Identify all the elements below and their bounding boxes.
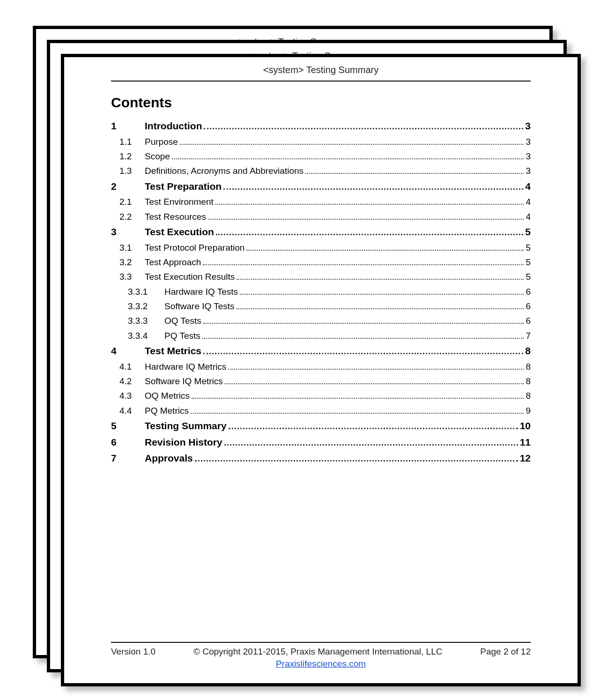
toc-entry-number: 3.3.3 [128,313,159,328]
toc-entry[interactable]: 3.2Test Approach5 [111,255,531,269]
toc-entry-number: 7 [111,450,145,467]
toc-entry-number: 2.2 [119,209,145,224]
footer-copyright: © Copyright 2011-2015, Praxis Management… [193,647,443,657]
footer-divider [111,642,531,643]
toc-entry-title: Test Preparation [145,179,222,195]
toc-entry-title: Hardware IQ Metrics [145,359,226,374]
toc-entry[interactable]: 1.2Scope3 [111,149,531,164]
toc-entry-number: 4.4 [119,403,145,418]
toc-leader-dots [305,173,524,174]
toc-entry-page: 10 [520,418,531,434]
toc-leader-dots [216,234,524,235]
footer-link[interactable]: Praxislifesciences.com [276,659,366,669]
toc-entry[interactable]: 3.3.2Software IQ Tests6 [111,299,531,313]
toc-leader-dots [223,188,523,190]
toc-entry-page: 6 [526,299,531,313]
toc-entry-number: 4.2 [119,374,145,388]
toc-entry-title: Software IQ Tests [159,299,235,313]
toc-entry-number: 4.1 [119,359,145,374]
toc-entry-page: 11 [520,434,531,451]
toc-entry-page: 6 [526,313,531,328]
toc-entry[interactable]: 1.1Purpose3 [111,134,531,149]
toc-leader-dots [203,353,523,354]
toc-entry-number: 3.3 [119,269,145,284]
toc-entry[interactable]: 4.4PQ Metrics9 [111,403,531,418]
toc-entry[interactable]: 7Approvals12 [111,450,531,467]
toc-entry[interactable]: 2.1Test Environment4 [111,194,531,209]
toc-entry[interactable]: 3.3Test Execution Results5 [111,269,531,284]
toc-leader-dots [240,294,524,295]
toc-entry-number: 1.1 [119,134,145,149]
toc-leader-dots [246,250,524,251]
toc-entry[interactable]: 4.1Hardware IQ Metrics8 [111,359,531,374]
toc-entry-page: 8 [526,388,531,403]
toc-entry[interactable]: 2Test Preparation4 [111,179,531,195]
toc-entry-number: 2 [111,179,145,195]
toc-entry-page: 4 [525,179,531,195]
toc-entry[interactable]: 3.3.4PQ Tests7 [111,328,531,343]
toc-leader-dots [228,369,524,370]
toc-leader-dots [191,413,524,414]
toc-leader-dots [237,308,524,309]
toc-entry-title: Purpose [145,134,178,149]
toc-entry-number: 3.2 [119,255,145,269]
toc-leader-dots [215,204,524,205]
toc-leader-dots [202,338,524,339]
toc-entry[interactable]: 3.3.1Hardware IQ Tests6 [111,284,531,299]
toc-entry-page: 5 [526,255,531,269]
toc-leader-dots [192,398,524,399]
toc-entry[interactable]: 3Test Execution5 [111,224,531,240]
toc-entry-title: Test Execution [145,224,214,240]
toc-leader-dots [224,444,518,446]
toc-entry-page: 8 [525,343,531,359]
toc-entry[interactable]: 2.2Test Resources4 [111,209,531,224]
toc-entry-page: 3 [526,164,531,178]
document-stack: <system> Testing Summary <system> Testin… [0,0,600,700]
footer-version: Version 1.0 [111,647,156,657]
toc-entry[interactable]: 5Testing Summary10 [111,418,531,434]
toc-entry[interactable]: 6Revision History11 [111,434,531,451]
toc-entry-title: PQ Tests [159,328,200,343]
toc-entry-title: Scope [145,149,170,164]
page-body: Contents 1Introduction31.1Purpose31.2Sco… [111,95,531,627]
toc-entry-number: 3.1 [119,240,145,255]
footer-page: Page 2 of 12 [480,647,531,657]
toc-leader-dots [204,128,523,129]
toc-entry-title: Introduction [145,118,202,134]
toc-entry-page: 5 [526,269,531,284]
toc-entry[interactable]: 4.2Software IQ Metrics8 [111,374,531,388]
toc-entry[interactable]: 3.1Test Protocol Preparation5 [111,240,531,255]
toc-entry-title: PQ Metrics [145,403,189,418]
toc-entry-page: 4 [526,209,531,224]
toc-entry-title: Software IQ Metrics [145,374,223,388]
toc-entry[interactable]: 1.3Definitions, Acronyms and Abbreviatio… [111,164,531,178]
toc-entry-title: Test Resources [145,209,206,224]
toc-entry[interactable]: 4.3OQ Metrics8 [111,388,531,403]
toc-entry-page: 3 [525,118,531,134]
toc-leader-dots [208,219,524,220]
toc-entry-page: 4 [526,194,531,209]
toc-entry-title: Testing Summary [145,418,227,434]
toc-leader-dots [225,383,524,384]
toc-entry-page: 6 [526,284,531,299]
toc-leader-dots [203,264,524,265]
toc-leader-dots [229,428,518,429]
toc-leader-dots [172,158,524,159]
header-divider [111,81,531,82]
toc-entry-page: 3 [526,134,531,149]
toc-entry[interactable]: 3.3.3OQ Tests6 [111,313,531,328]
toc-entry-number: 1.2 [119,149,145,164]
contents-heading: Contents [111,95,531,111]
toc-entry-number: 4.3 [119,388,145,403]
toc-entry-page: 8 [526,374,531,388]
toc-entry-number: 6 [111,434,145,451]
toc-entry-title: Test Metrics [145,343,201,359]
toc-entry-page: 3 [526,149,531,164]
toc-entry[interactable]: 1Introduction3 [111,118,531,134]
toc-entry-number: 3 [111,224,145,240]
toc-entry-number: 3.3.1 [128,284,159,299]
toc-entry-page: 7 [526,328,531,343]
toc-entry-page: 9 [526,403,531,418]
toc-leader-dots [237,279,524,280]
toc-entry[interactable]: 4Test Metrics8 [111,343,531,359]
